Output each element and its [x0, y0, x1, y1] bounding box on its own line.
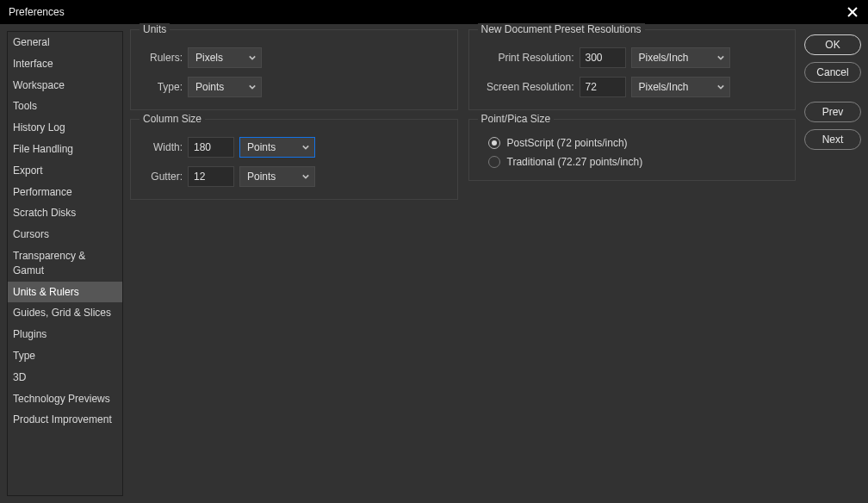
- rulers-label: Rulers:: [143, 52, 183, 64]
- chevron-down-icon: [717, 84, 724, 90]
- point-pica-legend: Point/Pica Size: [478, 113, 555, 125]
- prev-button[interactable]: Prev: [804, 102, 861, 122]
- radio-icon: [488, 156, 500, 168]
- print-res-unit-select[interactable]: Pixels/Inch: [631, 47, 730, 68]
- width-input[interactable]: 180: [188, 137, 234, 158]
- gutter-unit-select[interactable]: Points: [239, 166, 315, 187]
- point-pica-fieldset: Point/Pica Size PostScript (72 points/in…: [468, 119, 797, 181]
- print-res-unit-value: Pixels/Inch: [639, 52, 689, 64]
- gutter-unit-value: Points: [247, 171, 276, 183]
- rulers-value: Pixels: [195, 52, 223, 64]
- width-label: Width:: [143, 141, 183, 153]
- main-area: Units Rulers: Pixels Type: Points: [123, 24, 868, 503]
- width-unit-value: Points: [247, 141, 276, 153]
- sidebar-item-type[interactable]: Type: [8, 345, 122, 367]
- chevron-down-icon: [249, 54, 256, 61]
- sidebar-item-units-rulers[interactable]: Units & Rulers: [8, 282, 122, 303]
- sidebar-item-plugins[interactable]: Plugins: [8, 324, 122, 345]
- close-icon: [847, 7, 858, 17]
- type-value: Points: [195, 81, 224, 93]
- print-res-input[interactable]: 300: [580, 47, 626, 68]
- sidebar-item-interface[interactable]: Interface: [8, 53, 122, 75]
- sidebar-item-scratch-disks[interactable]: Scratch Disks: [8, 202, 122, 224]
- close-button[interactable]: [846, 5, 859, 19]
- column-size-legend: Column Size: [140, 113, 205, 125]
- preferences-sidebar: GeneralInterfaceWorkspaceToolsHistory Lo…: [7, 31, 123, 496]
- sidebar-item-history-log[interactable]: History Log: [8, 117, 122, 139]
- titlebar: Preferences: [0, 0, 868, 24]
- width-unit-select[interactable]: Points: [239, 137, 315, 158]
- type-select[interactable]: Points: [188, 77, 262, 97]
- window-title: Preferences: [9, 6, 65, 18]
- sidebar-item-tools[interactable]: Tools: [8, 96, 122, 117]
- chevron-down-icon: [249, 84, 256, 90]
- right-column: New Document Preset Resolutions Print Re…: [468, 29, 797, 496]
- units-fieldset: Units Rulers: Pixels Type: Points: [130, 29, 458, 110]
- sidebar-item-transparency-gamut[interactable]: Transparency & Gamut: [8, 245, 122, 282]
- new-doc-fieldset: New Document Preset Resolutions Print Re…: [468, 29, 797, 110]
- ok-button[interactable]: OK: [804, 34, 861, 55]
- chevron-down-icon: [302, 173, 309, 180]
- next-button[interactable]: Next: [804, 129, 861, 150]
- sidebar-item-general[interactable]: General: [8, 32, 122, 53]
- new-doc-legend: New Document Preset Resolutions: [478, 23, 645, 35]
- dialog-body: GeneralInterfaceWorkspaceToolsHistory Lo…: [0, 24, 868, 503]
- type-label: Type:: [143, 81, 183, 93]
- sidebar-item-guides-grid-slices[interactable]: Guides, Grid & Slices: [8, 302, 122, 324]
- sidebar-item-3d[interactable]: 3D: [8, 367, 122, 388]
- postscript-label: PostScript (72 points/inch): [507, 137, 628, 149]
- traditional-radio[interactable]: Traditional (72.27 points/inch): [481, 156, 784, 168]
- sidebar-item-file-handling[interactable]: File Handling: [8, 139, 122, 160]
- sidebar-item-export[interactable]: Export: [8, 160, 122, 182]
- gutter-input[interactable]: 12: [188, 166, 234, 187]
- units-legend: Units: [140, 23, 170, 35]
- rulers-select[interactable]: Pixels: [188, 47, 262, 68]
- postscript-radio[interactable]: PostScript (72 points/inch): [481, 137, 784, 149]
- sidebar-item-product-improvement[interactable]: Product Improvement: [8, 409, 122, 431]
- sidebar-item-performance[interactable]: Performance: [8, 182, 122, 203]
- sidebar-item-technology-previews[interactable]: Technology Previews: [8, 388, 122, 410]
- dialog-buttons: OK Cancel Prev Next: [804, 29, 861, 496]
- radio-icon: [488, 137, 500, 149]
- traditional-label: Traditional (72.27 points/inch): [507, 156, 643, 168]
- screen-res-label: Screen Resolution:: [481, 81, 574, 93]
- gutter-label: Gutter:: [143, 171, 183, 183]
- chevron-down-icon: [717, 54, 724, 61]
- screen-res-unit-select[interactable]: Pixels/Inch: [631, 77, 730, 97]
- sidebar-item-workspace[interactable]: Workspace: [8, 75, 122, 96]
- screen-res-unit-value: Pixels/Inch: [639, 81, 689, 93]
- column-size-fieldset: Column Size Width: 180 Points Gutter: 12: [130, 119, 458, 200]
- content: Units Rulers: Pixels Type: Points: [130, 29, 796, 496]
- screen-res-input[interactable]: 72: [580, 77, 626, 97]
- sidebar-item-cursors[interactable]: Cursors: [8, 224, 122, 245]
- print-res-label: Print Resolution:: [481, 52, 574, 64]
- cancel-button[interactable]: Cancel: [804, 62, 861, 83]
- chevron-down-icon: [302, 144, 309, 151]
- left-column: Units Rulers: Pixels Type: Points: [130, 29, 458, 496]
